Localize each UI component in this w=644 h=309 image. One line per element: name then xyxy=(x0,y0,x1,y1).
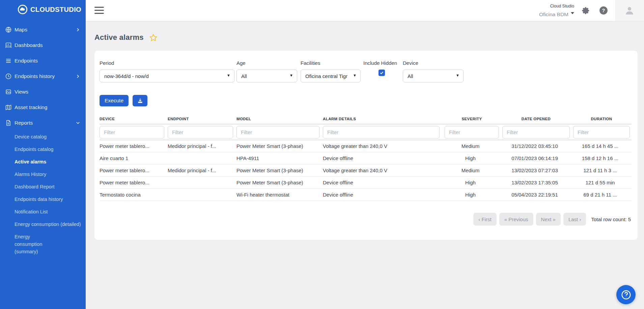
clock-icon xyxy=(4,72,12,80)
facilities-select[interactable]: Oficina central Tigr xyxy=(301,70,361,82)
execute-button[interactable]: Execute xyxy=(100,95,129,106)
sidebar-item-label: Views xyxy=(15,89,80,95)
dashboard-icon xyxy=(4,41,12,49)
cell-endpoint: Medidor principal - f... xyxy=(168,168,236,173)
cell-alarm-details: Device offline xyxy=(323,192,443,198)
chevron-right-icon xyxy=(76,74,80,79)
pagination-previous-button[interactable]: « Previous xyxy=(499,213,533,226)
sidebar-item-label: Endpoints history xyxy=(15,73,76,79)
alarm-details-filter-input[interactable] xyxy=(323,126,440,138)
column-header-endpoint[interactable]: ENDPOINT xyxy=(168,117,236,121)
pagination-last-button[interactable]: Last › xyxy=(563,213,586,226)
report-card: Period now-364d/d - now/d ▼ Age All ▼ Fa… xyxy=(94,51,638,240)
cell-alarm-details: Device offline xyxy=(323,180,443,185)
cell-model: Wi-Fi heater thermostat xyxy=(236,192,323,198)
download-button[interactable] xyxy=(133,95,147,106)
sidebar-subitem-energy-consumption-summary[interactable]: Energy consumption (summary) xyxy=(0,231,56,258)
cell-device: Power meter tablero... xyxy=(100,143,168,149)
cell-model: Power Meter Smart (3-phase) xyxy=(236,180,323,185)
logo[interactable]: CLOUDSTUDIO xyxy=(18,4,81,15)
sidebar-subitem-endpoints-catalog[interactable]: Endpoints catalog xyxy=(0,143,86,156)
workspace-switcher[interactable]: Cloud Studio Oficina BDM xyxy=(539,4,574,17)
sidebar-nav: MapsDashboardsEndpointsEndpoints history… xyxy=(0,22,86,258)
table-row[interactable]: Power meter tablero...Power Meter Smart … xyxy=(100,177,632,189)
period-select[interactable]: now-364d/d - now/d xyxy=(100,70,234,82)
sidebar-item-maps[interactable]: Maps xyxy=(0,22,86,37)
pagination-first-button[interactable]: ‹ First xyxy=(473,213,496,226)
pagination-buttons: ‹ First« PreviousNext »Last › xyxy=(471,213,586,226)
severity-filter-input[interactable] xyxy=(445,126,499,138)
map-icon xyxy=(4,103,12,111)
cell-alarm-details: Device offline xyxy=(323,155,443,161)
column-header-model[interactable]: MODEL xyxy=(236,117,323,121)
table-row[interactable]: Power meter tablero...Medidor principal … xyxy=(100,164,632,177)
sidebar-subitem-active-alarms[interactable]: Active alarms xyxy=(0,156,86,168)
cell-alarm-details: Voltage greater than 240,0 V xyxy=(323,143,443,149)
total-row-count: Total row count: 5 xyxy=(591,216,631,222)
sidebar-subitem-device-catalog[interactable]: Device catalog xyxy=(0,131,86,143)
sidebar-item-asset-tracking[interactable]: Asset tracking xyxy=(0,100,86,115)
duration-filter-input[interactable] xyxy=(573,126,630,138)
cell-date-opened: 31/12/2022 03:45:10 xyxy=(501,143,571,149)
pagination-next-button[interactable]: Next » xyxy=(536,213,561,226)
sidebar-subitem-endpoints-data-history[interactable]: Endpoints data history xyxy=(0,193,86,206)
sidebar-item-endpoints[interactable]: Endpoints xyxy=(0,53,86,69)
cell-endpoint: Medidor principal - f... xyxy=(168,143,236,149)
cell-duration: 121 d 11 h 3 ... xyxy=(571,168,632,173)
sidebar-subitem-dashboard-report[interactable]: Dashboard Report xyxy=(0,181,86,193)
cell-severity: High xyxy=(443,180,501,185)
table-header-row: DEVICEENDPOINTMODELALARM DETAILSSEVERITY… xyxy=(100,117,632,124)
sidebar-item-views[interactable]: Views xyxy=(0,84,86,100)
endpoint-filter-input[interactable] xyxy=(168,126,233,138)
cell-alarm-details: Voltage greater than 240,0 V xyxy=(323,168,443,173)
cell-severity: High xyxy=(443,155,501,161)
cloudstudio-logo-icon xyxy=(18,4,28,15)
column-header-device[interactable]: DEVICE xyxy=(100,117,168,121)
device-select[interactable]: All xyxy=(403,70,464,82)
column-header-duration[interactable]: DURATION xyxy=(571,117,632,121)
sidebar-item-dashboards[interactable]: Dashboards xyxy=(0,37,86,53)
filters-bar: Period now-364d/d - now/d ▼ Age All ▼ Fa… xyxy=(100,60,632,82)
cell-severity: Medium xyxy=(443,168,501,173)
sidebar-item-reports[interactable]: Reports xyxy=(0,115,86,131)
cell-severity: High xyxy=(443,192,501,198)
page-title: Active alarms xyxy=(94,33,144,42)
document-icon xyxy=(4,119,12,127)
include-hidden-checkbox[interactable] xyxy=(379,70,385,76)
menu-toggle-icon[interactable] xyxy=(94,6,104,15)
chevron-down-icon xyxy=(76,121,80,125)
actions-bar: Execute xyxy=(100,95,632,106)
help-fab-button[interactable] xyxy=(616,285,636,304)
model-filter-input[interactable] xyxy=(236,126,319,138)
age-select[interactable]: All xyxy=(236,70,297,82)
main-content: Active alarms Period now-364d/d - now/d … xyxy=(86,21,644,309)
cell-date-opened: 13/02/2023 07:27:03 xyxy=(501,168,571,173)
settings-icon[interactable] xyxy=(582,6,590,15)
logo-text: CLOUDSTUDIO xyxy=(30,6,81,14)
help-icon[interactable]: ? xyxy=(599,6,608,15)
workspace-name: Oficina BDM xyxy=(539,11,568,17)
date-opened-filter-input[interactable] xyxy=(502,126,570,138)
table-row[interactable]: Aire cuarto 1HPA-4911Device offlineHigh0… xyxy=(100,152,632,164)
column-header-severity[interactable]: SEVERITY xyxy=(443,117,501,121)
column-header-date-opened[interactable]: DATE OPENED xyxy=(501,117,571,121)
sidebar-subitem-alarms-history[interactable]: Alarms History xyxy=(0,168,86,181)
table-body: Power meter tablero...Medidor principal … xyxy=(100,140,632,201)
alarms-table: DEVICEENDPOINTMODELALARM DETAILSSEVERITY… xyxy=(100,117,632,201)
column-header-alarm-details[interactable]: ALARM DETAILS xyxy=(323,117,443,121)
sidebar-item-endpoints-history[interactable]: Endpoints history xyxy=(0,69,86,84)
table-row[interactable]: Termostato cocinaWi-Fi heater thermostat… xyxy=(100,189,632,201)
favorite-star-icon[interactable] xyxy=(149,33,158,42)
sidebar-subitem-notification-list[interactable]: Notification List xyxy=(0,206,86,218)
pagination: ‹ First« PreviousNext »Last › Total row … xyxy=(100,213,632,226)
cell-model: HPA-4911 xyxy=(236,155,323,161)
sidebar-item-label: Reports xyxy=(15,120,76,126)
user-menu[interactable] xyxy=(615,0,644,21)
frame-icon xyxy=(4,88,12,96)
sidebar-subitem-energy-consumption-detailed[interactable]: Energy consumption (detailed) xyxy=(0,218,86,231)
cell-duration: 69 d 21 h 11 ... xyxy=(571,192,632,198)
table-row[interactable]: Power meter tablero...Medidor principal … xyxy=(100,140,632,152)
svg-text:?: ? xyxy=(602,7,605,13)
cell-duration: 158 d 12 h 16 ... xyxy=(571,155,632,161)
device-filter-input[interactable] xyxy=(100,126,164,138)
